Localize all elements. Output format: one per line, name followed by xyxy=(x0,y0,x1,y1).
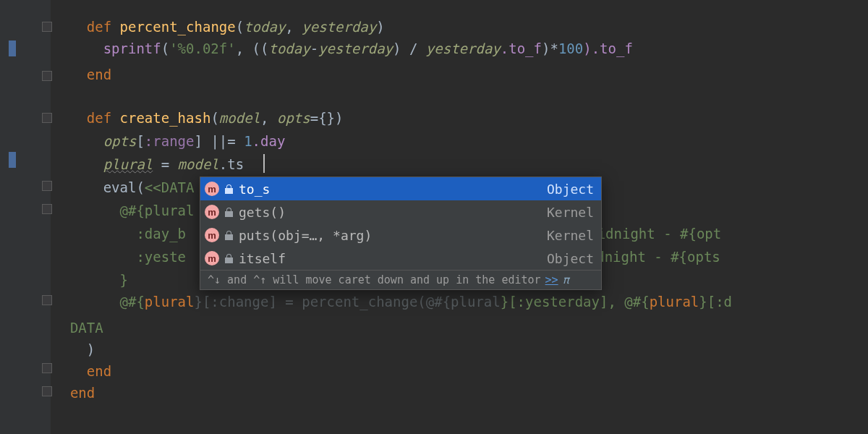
breakpoint-marker[interactable] xyxy=(9,152,16,168)
heredoc-text: }[:yesterday], @#{ xyxy=(501,294,650,310)
paren-close: ) xyxy=(54,341,95,357)
heredoc-start: <<DATA xyxy=(145,179,195,195)
lock-icon xyxy=(225,184,233,194)
number: 1 xyxy=(244,133,252,149)
method-badge-icon: m xyxy=(205,251,219,265)
identifier: yesterday xyxy=(318,41,393,56)
code-line: def percent_change(today, yesterday) xyxy=(51,16,868,38)
code-editor[interactable]: def percent_change(today, yesterday) spr… xyxy=(0,0,868,434)
heredoc-text: } xyxy=(54,272,128,288)
param: model xyxy=(219,110,260,126)
completion-type: Kernel xyxy=(547,205,594,220)
code-line: DATA xyxy=(51,317,868,339)
default-value: ={} xyxy=(310,110,335,126)
keyword-end: end xyxy=(87,363,111,379)
completion-label: puts(obj=…, *arg) xyxy=(239,228,541,243)
completion-type: Object xyxy=(547,182,594,197)
text-caret xyxy=(263,154,265,173)
keyword-end: end xyxy=(87,67,111,82)
code-line: plural = model.ts xyxy=(51,153,868,175)
completion-type: Kernel xyxy=(547,228,594,243)
number: 100 xyxy=(558,41,583,56)
pi-icon: π xyxy=(563,273,569,286)
method-call: .to_f xyxy=(501,41,542,56)
call: sprintf xyxy=(103,41,161,56)
heredoc-end: DATA xyxy=(70,320,103,336)
heredoc-text: @#{plural xyxy=(54,203,194,218)
operator: ||= xyxy=(210,133,244,149)
keyword-end: end xyxy=(70,385,95,401)
code-line: sprintf('%0.02f', ((today-yesterday) / y… xyxy=(51,38,868,59)
completion-label: gets() xyxy=(239,205,541,220)
code-line: end xyxy=(51,382,868,404)
lock-icon xyxy=(225,254,233,263)
param: today xyxy=(244,19,285,35)
interp: plural xyxy=(145,294,195,310)
gutter xyxy=(0,0,51,434)
method-badge-icon: m xyxy=(205,228,219,242)
method-name: percent_change xyxy=(120,19,236,35)
code-line: @#{plural}[:change] = percent_change(@#{… xyxy=(51,291,868,312)
completion-item[interactable]: m puts(obj=…, *arg) Kernel xyxy=(200,224,601,247)
identifier: model xyxy=(178,156,219,172)
method-name: create_hash xyxy=(120,110,211,126)
completion-type: Object xyxy=(547,251,594,266)
method-badge-icon: m xyxy=(205,205,219,219)
heredoc-text: }[:change] = percent_change(@#{ xyxy=(194,294,451,310)
completion-label: to_s xyxy=(239,182,541,197)
code-line: ) xyxy=(51,339,868,360)
interp: plural xyxy=(650,294,699,310)
code-area[interactable]: def percent_change(today, yesterday) spr… xyxy=(51,0,868,434)
completion-label: itself xyxy=(239,251,541,266)
identifier: yesterday xyxy=(426,41,501,56)
completion-popup[interactable]: m to_s Object m gets() Kernel m puts(obj… xyxy=(200,176,602,290)
param: yesterday xyxy=(302,19,376,35)
completion-item[interactable]: m gets() Kernel xyxy=(200,200,601,224)
keyword-def: def xyxy=(87,110,111,126)
identifier: plural xyxy=(103,156,153,172)
method-fragment: .ts xyxy=(219,156,244,172)
identifier: opts xyxy=(103,133,137,149)
call: eval( xyxy=(103,179,145,195)
hint-text: ^↓ and ^↑ will move caret down and up in… xyxy=(208,273,541,286)
code-line: def create_hash(model, opts={}) xyxy=(51,107,868,129)
hint-link[interactable]: >> xyxy=(545,273,558,286)
completion-item[interactable]: m to_s Object xyxy=(200,177,601,200)
breakpoint-marker[interactable] xyxy=(9,41,16,56)
code-line: end xyxy=(51,360,868,382)
heredoc-text: @#{ xyxy=(54,294,145,310)
param: opts xyxy=(277,110,310,126)
method-badge-icon: m xyxy=(205,182,219,196)
heredoc-text: }[:d xyxy=(699,294,732,310)
lock-icon xyxy=(225,231,233,240)
identifier: today xyxy=(268,41,310,56)
string: '%0.02f' xyxy=(169,41,236,56)
method-call: ).to_f xyxy=(583,41,633,56)
interp: plural xyxy=(451,294,501,310)
symbol: :range xyxy=(145,133,195,149)
lock-icon xyxy=(225,208,233,217)
operator: = xyxy=(153,156,177,172)
code-line: end xyxy=(51,64,868,85)
keyword-def: def xyxy=(87,19,111,35)
heredoc-text: :yeste xyxy=(54,249,186,265)
completion-hint: ^↓ and ^↑ will move caret down and up in… xyxy=(200,270,601,289)
code-line: opts[:range] ||= 1.day xyxy=(51,130,868,152)
heredoc-text: :day_b xyxy=(54,226,186,242)
completion-item[interactable]: m itself Object xyxy=(200,247,601,270)
method-call: .day xyxy=(252,133,286,149)
